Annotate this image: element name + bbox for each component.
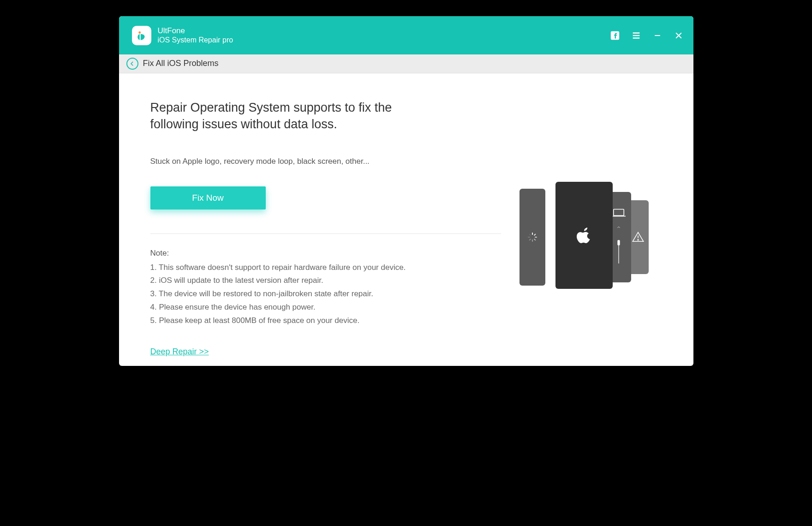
breadcrumb-label: Fix All iOS Problems: [143, 59, 219, 68]
svg-rect-20: [528, 237, 530, 238]
illustration-column: [501, 99, 667, 357]
svg-rect-17: [533, 239, 536, 241]
fix-now-button[interactable]: Fix Now: [150, 186, 266, 209]
facebook-icon[interactable]: [609, 30, 621, 41]
phone-loading-icon: [519, 189, 545, 286]
brand-subtitle: iOS System Repair pro: [158, 36, 233, 44]
note-line: 1. This software doesn't support to repa…: [150, 261, 501, 275]
divider: [150, 233, 501, 234]
phone-apple-logo-icon: [555, 182, 613, 289]
titlebar: UltFone iOS System Repair pro: [119, 16, 693, 54]
issue-subtext: Stuck on Apple logo, recovery mode loop,…: [150, 157, 501, 166]
note-line: 4. Please ensure the device has enough p…: [150, 301, 501, 314]
left-column: Repair Operating System supports to fix …: [150, 99, 501, 357]
note-block: Note: 1. This software doesn't support t…: [150, 247, 501, 328]
menu-icon[interactable]: [631, 30, 642, 41]
close-button[interactable]: [673, 30, 684, 41]
note-line: 2. iOS will update to the latest version…: [150, 274, 501, 287]
svg-point-9: [638, 239, 639, 240]
window-controls: [609, 30, 684, 41]
note-heading: Note:: [150, 247, 501, 260]
app-window: UltFone iOS System Repair pro Fix All iO…: [119, 16, 693, 366]
brand-name: UltFone: [158, 26, 233, 36]
svg-rect-18: [532, 239, 533, 242]
brand: UltFone iOS System Repair pro: [132, 26, 233, 45]
svg-rect-19: [529, 239, 531, 241]
svg-point-0: [138, 31, 141, 34]
svg-rect-15: [533, 233, 536, 236]
content-area: Repair Operating System supports to fix …: [119, 73, 693, 366]
svg-rect-21: [529, 233, 531, 236]
note-line: 5. Please keep at least 800MB of free sp…: [150, 314, 501, 328]
brand-logo-icon: [132, 26, 151, 45]
breadcrumb-bar: Fix All iOS Problems: [119, 54, 693, 73]
minimize-button[interactable]: [652, 30, 663, 41]
phone-stack-illustration: [519, 182, 649, 293]
note-line: 3. The device will be restored to non-ja…: [150, 287, 501, 301]
back-button[interactable]: [126, 58, 138, 70]
svg-rect-16: [535, 237, 537, 238]
svg-rect-12: [618, 240, 620, 245]
svg-rect-14: [532, 233, 533, 235]
deep-repair-link[interactable]: Deep Repair >>: [150, 347, 209, 357]
svg-rect-10: [613, 209, 624, 215]
brand-text: UltFone iOS System Repair pro: [158, 26, 233, 45]
page-heading: Repair Operating System supports to fix …: [150, 99, 427, 133]
